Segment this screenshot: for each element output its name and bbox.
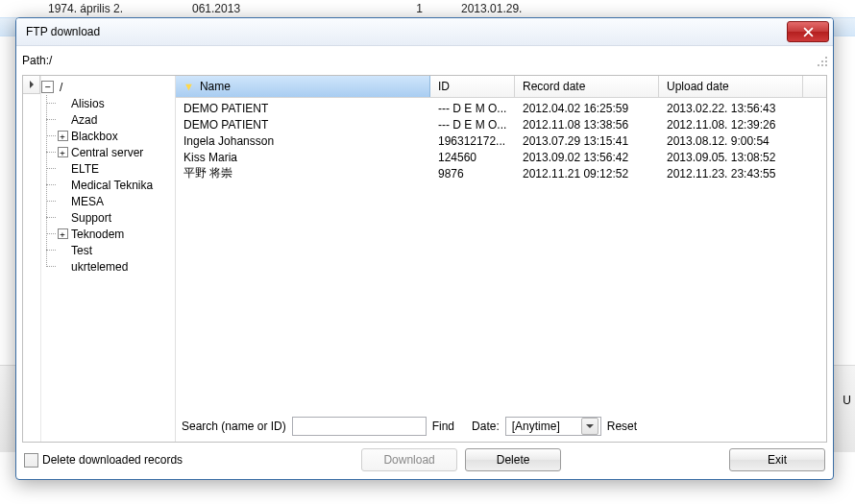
date-dropdown[interactable]: [Anytime] xyxy=(505,417,601,436)
dialog-body: − / AlisiosAzad+Blackbox+Central serverE… xyxy=(22,75,827,443)
bg-partial-text: U xyxy=(843,394,851,407)
tree-nav-button[interactable] xyxy=(22,75,40,94)
search-input[interactable] xyxy=(292,417,427,436)
close-button[interactable] xyxy=(787,21,829,42)
find-button[interactable]: Find xyxy=(432,420,454,433)
tree-item[interactable]: Azad xyxy=(59,111,175,128)
tree-item[interactable]: Medical Teknika xyxy=(59,177,175,193)
path-label: Path:/ xyxy=(22,54,52,67)
column-id[interactable]: ID xyxy=(430,76,515,97)
tree-pane: − / AlisiosAzad+Blackbox+Central serverE… xyxy=(23,76,176,442)
tree-item[interactable]: MESA xyxy=(59,193,175,209)
ftp-download-dialog: FTP download Path:/ − / xyxy=(15,17,834,480)
cell-upload: 2013.02.22. 13:56:43 xyxy=(659,102,803,115)
window-title: FTP download xyxy=(26,25,100,38)
cell-id: --- D E M O... xyxy=(430,102,515,115)
exit-button[interactable]: Exit xyxy=(729,448,825,471)
tree-item-label: ukrtelemed xyxy=(69,260,128,274)
table-row[interactable]: 平野 将崇98762012.11.21 09:12:522012.11.23. … xyxy=(176,165,826,181)
column-tail xyxy=(803,76,826,97)
column-upload-date[interactable]: Upload date xyxy=(659,76,803,97)
grid-body[interactable]: DEMO PATIENT--- D E M O...2012.04.02 16:… xyxy=(176,98,826,411)
cell-record: 2013.07.29 13:15:41 xyxy=(515,134,659,148)
sort-asc-icon: ▼ xyxy=(183,81,194,92)
list-pane: ▼ Name ID Record date Upload date DEMO P… xyxy=(176,76,826,442)
cell-upload: 2013.09.05. 13:08:52 xyxy=(659,151,803,164)
tree-item-label: Blackbox xyxy=(69,130,118,143)
delete-downloaded-checkbox[interactable]: Delete downloaded records xyxy=(24,453,183,468)
cell-upload: 2012.11.08. 12:39:26 xyxy=(659,118,803,132)
tree-item[interactable]: +Blackbox xyxy=(59,128,175,144)
cell-id: 9876 xyxy=(430,167,515,180)
cell-record: 2012.04.02 16:25:59 xyxy=(515,102,659,115)
cell-upload: 2013.08.12. 9:00:54 xyxy=(659,134,803,148)
cell-id: --- D E M O... xyxy=(430,118,515,132)
chevron-down-icon xyxy=(581,418,598,435)
tree-item-label: Azad xyxy=(69,113,97,127)
table-row[interactable]: DEMO PATIENT--- D E M O...2012.11.08 13:… xyxy=(176,116,826,132)
tree-gutter xyxy=(23,76,41,442)
download-button[interactable]: Download xyxy=(361,448,457,471)
cell-name: 平野 将崇 xyxy=(176,165,430,181)
checkbox-icon xyxy=(24,453,38,468)
column-name[interactable]: ▼ Name xyxy=(176,76,430,97)
table-row[interactable]: DEMO PATIENT--- D E M O...2012.04.02 16:… xyxy=(176,100,826,116)
cell-record: 2013.09.02 13:56:42 xyxy=(515,151,659,164)
path-bar: Path:/ xyxy=(16,46,833,71)
tree-root[interactable]: − / xyxy=(41,79,175,95)
column-record-date[interactable]: Record date xyxy=(515,76,659,97)
plus-icon[interactable]: + xyxy=(58,131,68,141)
date-label: Date: xyxy=(472,420,500,433)
date-dropdown-value: [Anytime] xyxy=(512,420,560,433)
tree-item-label: MESA xyxy=(69,195,104,208)
tree-item[interactable]: +Central server xyxy=(59,144,175,160)
plus-icon[interactable]: + xyxy=(58,147,68,157)
cell-name: Ingela Johansson xyxy=(176,134,430,148)
search-bar: Search (name or ID) Find Date: [Anytime]… xyxy=(176,411,826,442)
bg-row: 1974. április 2. 061.2013 1 2013.01.29. xyxy=(0,0,855,17)
tree-item[interactable]: Test xyxy=(59,242,175,258)
cell-id: 196312172... xyxy=(430,134,515,148)
tree-item-label: Alisios xyxy=(69,97,105,110)
reset-button[interactable]: Reset xyxy=(607,420,637,433)
resize-grip-icon xyxy=(816,55,827,66)
tree-item[interactable]: ELTE xyxy=(59,160,175,177)
cell-upload: 2012.11.23. 23:43:55 xyxy=(659,167,803,180)
tree-item[interactable]: Alisios xyxy=(59,95,175,111)
tree-item[interactable]: +Teknodem xyxy=(59,226,175,242)
cell-name: DEMO PATIENT xyxy=(176,102,430,115)
table-row[interactable]: Kiss Maria1245602013.09.02 13:56:422013.… xyxy=(176,149,826,165)
tree-item-label: Teknodem xyxy=(69,228,124,241)
tree-item-label: Central server xyxy=(69,146,143,159)
close-icon xyxy=(803,27,814,37)
plus-icon[interactable]: + xyxy=(58,228,68,239)
tree-item[interactable]: Support xyxy=(59,209,175,226)
tree-item[interactable]: ukrtelemed xyxy=(59,258,175,275)
grid-header: ▼ Name ID Record date Upload date xyxy=(176,76,826,98)
minus-icon[interactable]: − xyxy=(41,81,54,93)
tree-item-label: Support xyxy=(69,211,111,225)
cell-record: 2012.11.08 13:38:56 xyxy=(515,118,659,132)
tree-item-label: Test xyxy=(69,244,92,257)
table-row[interactable]: Ingela Johansson196312172...2013.07.29 1… xyxy=(176,132,826,149)
cell-name: Kiss Maria xyxy=(176,151,430,164)
cell-name: DEMO PATIENT xyxy=(176,118,430,132)
cell-id: 124560 xyxy=(430,151,515,164)
titlebar[interactable]: FTP download xyxy=(16,18,833,46)
tree-item-label: ELTE xyxy=(69,162,99,176)
folder-tree[interactable]: − / AlisiosAzad+Blackbox+Central serverE… xyxy=(41,76,175,442)
search-label: Search (name or ID) xyxy=(182,420,286,433)
cell-record: 2012.11.21 09:12:52 xyxy=(515,167,659,180)
delete-button[interactable]: Delete xyxy=(465,448,561,471)
tree-item-label: Medical Teknika xyxy=(69,179,153,192)
bottom-bar: Delete downloaded records Download Delet… xyxy=(16,443,833,479)
